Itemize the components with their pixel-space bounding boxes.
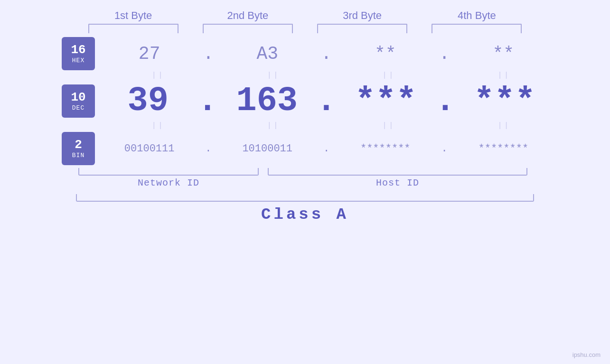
class-bracket (76, 194, 534, 202)
hex-values-row: 27 . A3 . ** . ** (104, 44, 548, 64)
bracket-byte4 (432, 24, 522, 33)
bracket-byte3 (317, 24, 407, 33)
eq1-b4: || (466, 71, 542, 80)
bracket-byte1 (88, 24, 178, 33)
eq2-b2: || (235, 121, 311, 130)
bin-byte2: 10100011 (229, 143, 305, 155)
network-id-label: Network ID (138, 177, 199, 188)
host-id-label: Host ID (376, 177, 419, 188)
hex-badge: 16 HEX (62, 37, 95, 70)
bin-byte4: ******** (465, 143, 541, 155)
host-id-section: Host ID (261, 168, 534, 188)
eq1-b1: || (120, 71, 196, 80)
hex-badge-num: 16 (71, 43, 85, 57)
dec-byte1: 39 (110, 82, 186, 121)
network-id-bracket (78, 168, 259, 176)
main-container: 1st Byte 2nd Byte 3rd Byte 4th Byte 16 H… (0, 0, 610, 364)
byte4-header: 4th Byte (429, 9, 524, 22)
host-id-bracket (268, 168, 527, 176)
bottom-brackets-area: Network ID Host ID (0, 168, 610, 188)
eq1-b2: || (235, 71, 311, 80)
hex-byte3: ** (347, 44, 423, 64)
bin-dot1: . (201, 143, 216, 155)
eq2-b1: || (120, 121, 196, 130)
dec-dot1: . (197, 82, 217, 121)
hex-byte1: 27 (112, 44, 188, 64)
dec-values-row: 39 . 163 . *** . *** (104, 82, 548, 121)
bin-badge-num: 2 (75, 138, 82, 152)
bin-values-row: 00100111 . 10100011 . ******** . *******… (104, 143, 548, 155)
bin-dot2: . (319, 143, 333, 155)
hex-dot3: . (437, 44, 451, 64)
top-brackets (0, 24, 610, 33)
byte1-header: 1st Byte (86, 9, 181, 22)
hex-byte4: ** (465, 44, 541, 64)
hex-dot2: . (319, 44, 333, 64)
dec-byte2: 163 (229, 82, 305, 121)
bin-badge: 2 BIN (62, 132, 95, 165)
class-label-row: Class A (0, 205, 610, 224)
dec-badge-label: DEC (72, 104, 84, 112)
hex-dot1: . (201, 44, 216, 64)
bin-dot3: . (437, 143, 451, 155)
watermark: ipshu.com (572, 351, 601, 358)
eq2-b4: || (466, 121, 542, 130)
hex-byte2: A3 (229, 44, 305, 64)
dec-dot3: . (435, 82, 455, 121)
bin-byte1: 00100111 (112, 143, 188, 155)
dec-badge-num: 10 (71, 91, 85, 104)
dec-byte3: *** (348, 82, 424, 121)
hex-badge-label: HEX (72, 57, 84, 64)
bracket-byte2 (203, 24, 293, 33)
equals-row-2: || || || || (114, 121, 548, 130)
class-label: Class A (261, 205, 349, 224)
equals-row-1: || || || || (114, 71, 548, 80)
dec-badge: 10 DEC (62, 84, 95, 118)
network-id-section: Network ID (76, 168, 261, 188)
byte3-header: 3rd Byte (315, 9, 410, 22)
bin-badge-label: BIN (72, 152, 84, 159)
byte-headers-row: 1st Byte 2nd Byte 3rd Byte 4th Byte (0, 9, 610, 22)
class-bracket-area (0, 194, 610, 202)
dec-dot2: . (316, 82, 337, 121)
byte2-header: 2nd Byte (200, 9, 295, 22)
bin-byte3: ******** (347, 143, 423, 155)
eq2-b3: || (351, 121, 427, 130)
dec-byte4: *** (467, 82, 543, 121)
eq1-b3: || (351, 71, 427, 80)
